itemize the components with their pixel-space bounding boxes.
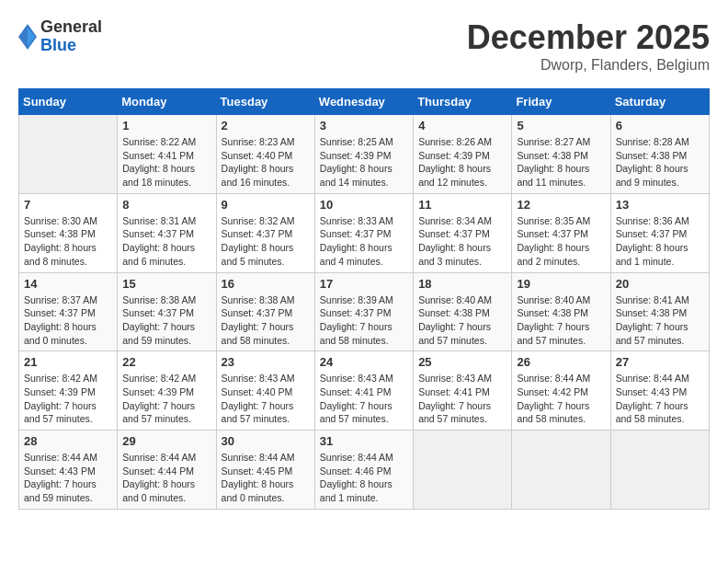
day-info: Sunrise: 8:35 AMSunset: 4:37 PMDaylight:… [517, 214, 605, 269]
calendar-week-row: 21Sunrise: 8:42 AMSunset: 4:39 PMDayligh… [19, 351, 710, 431]
logo: General Blue [18, 18, 102, 55]
day-number: 12 [517, 198, 605, 212]
calendar-cell: 27Sunrise: 8:44 AMSunset: 4:43 PMDayligh… [610, 351, 709, 431]
day-info: Sunrise: 8:40 AMSunset: 4:38 PMDaylight:… [517, 293, 605, 348]
day-of-week-header: Saturday [610, 89, 709, 115]
calendar-cell: 8Sunrise: 8:31 AMSunset: 4:37 PMDaylight… [118, 193, 216, 272]
day-info: Sunrise: 8:44 AMSunset: 4:42 PMDaylight:… [517, 372, 605, 426]
calendar-cell: 11Sunrise: 8:34 AMSunset: 4:37 PMDayligh… [414, 193, 512, 272]
day-info: Sunrise: 8:26 AMSunset: 4:39 PMDaylight:… [418, 135, 506, 190]
calendar-cell: 3Sunrise: 8:25 AMSunset: 4:39 PMDaylight… [314, 115, 413, 194]
day-number: 22 [122, 355, 210, 369]
logo-blue: Blue [40, 37, 102, 55]
day-number: 19 [517, 277, 605, 291]
calendar-cell [610, 431, 709, 510]
location: Dworp, Flanders, Belgium [467, 57, 710, 74]
day-number: 18 [418, 277, 506, 291]
day-info: Sunrise: 8:32 AMSunset: 4:37 PMDaylight:… [222, 214, 310, 269]
calendar-cell: 21Sunrise: 8:42 AMSunset: 4:39 PMDayligh… [19, 351, 118, 431]
day-number: 5 [517, 119, 605, 132]
calendar-cell: 9Sunrise: 8:32 AMSunset: 4:37 PMDaylight… [216, 193, 314, 272]
day-info: Sunrise: 8:42 AMSunset: 4:39 PMDaylight:… [24, 372, 112, 426]
calendar-cell: 16Sunrise: 8:38 AMSunset: 4:37 PMDayligh… [216, 272, 314, 351]
calendar-cell [512, 431, 610, 510]
calendar-week-row: 7Sunrise: 8:30 AMSunset: 4:38 PMDaylight… [19, 193, 710, 272]
day-of-week-header: Monday [118, 89, 216, 115]
calendar-cell: 17Sunrise: 8:39 AMSunset: 4:37 PMDayligh… [314, 272, 413, 351]
calendar-cell [19, 115, 118, 194]
day-number: 1 [122, 119, 210, 132]
day-info: Sunrise: 8:44 AMSunset: 4:43 PMDaylight:… [24, 451, 112, 505]
day-of-week-header: Wednesday [314, 89, 413, 115]
day-number: 29 [122, 434, 210, 448]
logo-general: General [40, 18, 102, 37]
calendar-cell: 24Sunrise: 8:43 AMSunset: 4:41 PMDayligh… [314, 351, 413, 431]
calendar-cell: 20Sunrise: 8:41 AMSunset: 4:38 PMDayligh… [610, 272, 709, 351]
day-info: Sunrise: 8:43 AMSunset: 4:41 PMDaylight:… [418, 372, 506, 426]
calendar-cell: 23Sunrise: 8:43 AMSunset: 4:40 PMDayligh… [216, 351, 314, 431]
day-number: 14 [24, 277, 112, 291]
day-number: 17 [320, 277, 408, 291]
calendar-header-row: SundayMondayTuesdayWednesdayThursdayFrid… [19, 89, 710, 115]
day-info: Sunrise: 8:42 AMSunset: 4:39 PMDaylight:… [122, 372, 210, 426]
calendar-cell: 26Sunrise: 8:44 AMSunset: 4:42 PMDayligh… [512, 351, 610, 431]
day-number: 25 [418, 355, 506, 369]
day-number: 11 [418, 198, 506, 212]
day-number: 28 [24, 434, 112, 448]
calendar-table: SundayMondayTuesdayWednesdayThursdayFrid… [18, 88, 710, 510]
day-info: Sunrise: 8:38 AMSunset: 4:37 PMDaylight:… [122, 293, 210, 348]
calendar-cell: 7Sunrise: 8:30 AMSunset: 4:38 PMDaylight… [19, 193, 118, 272]
day-number: 30 [222, 434, 310, 448]
calendar-week-row: 14Sunrise: 8:37 AMSunset: 4:37 PMDayligh… [19, 272, 710, 351]
day-number: 8 [122, 198, 210, 212]
day-info: Sunrise: 8:23 AMSunset: 4:40 PMDaylight:… [222, 135, 310, 190]
day-info: Sunrise: 8:25 AMSunset: 4:39 PMDaylight:… [320, 135, 408, 190]
day-number: 10 [320, 198, 408, 212]
day-info: Sunrise: 8:44 AMSunset: 4:44 PMDaylight:… [122, 451, 210, 505]
day-info: Sunrise: 8:40 AMSunset: 4:38 PMDaylight:… [418, 293, 506, 348]
day-number: 15 [122, 277, 210, 291]
calendar-week-row: 28Sunrise: 8:44 AMSunset: 4:43 PMDayligh… [19, 431, 710, 510]
calendar-week-row: 1Sunrise: 8:22 AMSunset: 4:41 PMDaylight… [19, 115, 710, 194]
title-block: December 2025 Dworp, Flanders, Belgium [467, 18, 710, 74]
day-number: 2 [222, 119, 310, 132]
calendar-cell: 1Sunrise: 8:22 AMSunset: 4:41 PMDaylight… [118, 115, 216, 194]
day-number: 7 [24, 198, 112, 212]
day-of-week-header: Friday [512, 89, 610, 115]
day-info: Sunrise: 8:28 AMSunset: 4:38 PMDaylight:… [616, 135, 704, 190]
day-info: Sunrise: 8:44 AMSunset: 4:46 PMDaylight:… [320, 451, 408, 505]
calendar-cell: 10Sunrise: 8:33 AMSunset: 4:37 PMDayligh… [314, 193, 413, 272]
calendar-cell [414, 431, 512, 510]
day-info: Sunrise: 8:27 AMSunset: 4:38 PMDaylight:… [517, 135, 605, 190]
day-info: Sunrise: 8:43 AMSunset: 4:41 PMDaylight:… [320, 372, 408, 426]
day-info: Sunrise: 8:22 AMSunset: 4:41 PMDaylight:… [122, 135, 210, 190]
calendar-cell: 4Sunrise: 8:26 AMSunset: 4:39 PMDaylight… [414, 115, 512, 194]
day-number: 31 [320, 434, 408, 448]
day-info: Sunrise: 8:41 AMSunset: 4:38 PMDaylight:… [616, 293, 704, 348]
calendar-cell: 29Sunrise: 8:44 AMSunset: 4:44 PMDayligh… [118, 431, 216, 510]
day-of-week-header: Sunday [19, 89, 118, 115]
day-number: 4 [418, 119, 506, 132]
logo-text: General Blue [40, 18, 102, 55]
calendar-cell: 15Sunrise: 8:38 AMSunset: 4:37 PMDayligh… [118, 272, 216, 351]
calendar-cell: 12Sunrise: 8:35 AMSunset: 4:37 PMDayligh… [512, 193, 610, 272]
day-info: Sunrise: 8:34 AMSunset: 4:37 PMDaylight:… [418, 214, 506, 269]
day-info: Sunrise: 8:31 AMSunset: 4:37 PMDaylight:… [122, 214, 210, 269]
calendar-cell: 2Sunrise: 8:23 AMSunset: 4:40 PMDaylight… [216, 115, 314, 194]
day-number: 26 [517, 355, 605, 369]
calendar-cell: 31Sunrise: 8:44 AMSunset: 4:46 PMDayligh… [314, 431, 413, 510]
day-info: Sunrise: 8:44 AMSunset: 4:45 PMDaylight:… [222, 451, 310, 505]
day-info: Sunrise: 8:43 AMSunset: 4:40 PMDaylight:… [222, 372, 310, 426]
day-number: 24 [320, 355, 408, 369]
day-number: 23 [222, 355, 310, 369]
page-header: General Blue December 2025 Dworp, Flande… [18, 18, 710, 74]
month-title: December 2025 [467, 18, 710, 57]
calendar-cell: 30Sunrise: 8:44 AMSunset: 4:45 PMDayligh… [216, 431, 314, 510]
day-number: 9 [222, 198, 310, 212]
calendar-cell: 22Sunrise: 8:42 AMSunset: 4:39 PMDayligh… [118, 351, 216, 431]
calendar-cell: 25Sunrise: 8:43 AMSunset: 4:41 PMDayligh… [414, 351, 512, 431]
day-info: Sunrise: 8:37 AMSunset: 4:37 PMDaylight:… [24, 293, 112, 348]
calendar-cell: 18Sunrise: 8:40 AMSunset: 4:38 PMDayligh… [414, 272, 512, 351]
day-info: Sunrise: 8:44 AMSunset: 4:43 PMDaylight:… [616, 372, 704, 426]
day-info: Sunrise: 8:38 AMSunset: 4:37 PMDaylight:… [222, 293, 310, 348]
